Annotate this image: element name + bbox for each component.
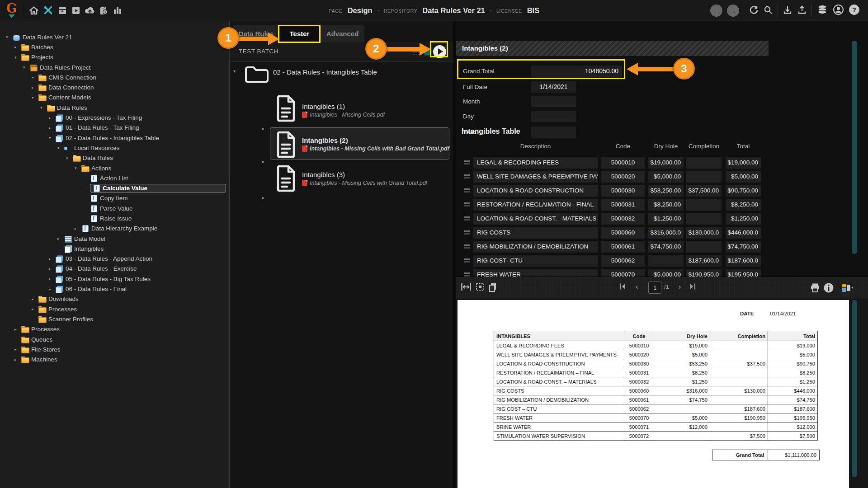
- cell-code[interactable]: 5000031: [601, 199, 645, 211]
- tree-expander-icon[interactable]: ▸: [75, 226, 81, 231]
- cell-code[interactable]: 5000030: [601, 185, 645, 197]
- row-grip-icon[interactable]: [464, 244, 470, 249]
- full-date-field[interactable]: 1/14/2021: [531, 81, 576, 93]
- cell-dry-hole[interactable]: [648, 255, 684, 267]
- tree-item-batches[interactable]: ▸Batches: [0, 42, 229, 52]
- search-icon[interactable]: [763, 5, 773, 17]
- cell-completion[interactable]: [686, 171, 722, 183]
- tab-advanced[interactable]: Advanced: [321, 25, 364, 42]
- tree-item-data-rules-project[interactable]: ▾Data Rules Project: [0, 62, 229, 72]
- cell-code[interactable]: 5000020: [601, 171, 645, 183]
- stats-chart-icon[interactable]: [113, 5, 122, 17]
- cell-description[interactable]: RIG COST -CTU: [473, 255, 598, 267]
- tree-item-parse-value[interactable]: Parse Value: [0, 203, 229, 213]
- copy-page-icon[interactable]: [488, 282, 497, 294]
- refresh-icon[interactable]: [749, 5, 759, 17]
- cell-description[interactable]: LOCATION & ROAD CONST. - MATERIALS: [473, 213, 598, 225]
- tree-item-data-model[interactable]: ▸Data Model: [0, 234, 229, 244]
- tree-item-queues[interactable]: Queues: [0, 334, 229, 344]
- home-icon[interactable]: [29, 5, 39, 17]
- row-grip-icon[interactable]: [464, 216, 470, 221]
- cell-dry-hole[interactable]: $5,000.00: [648, 171, 684, 183]
- tree-item-local-resources[interactable]: ▾Local Resources: [0, 143, 229, 153]
- batch-folder-label[interactable]: 02 - Data Rules - Intangibles Table: [273, 68, 377, 76]
- cell-total[interactable]: $90,750.00: [726, 185, 761, 197]
- row-grip-icon[interactable]: [464, 258, 470, 263]
- tab-tester[interactable]: Tester: [280, 25, 319, 42]
- tree-expander-icon[interactable]: ▾: [66, 156, 73, 160]
- tree-expander-icon[interactable]: ▾: [6, 35, 13, 39]
- cell-completion[interactable]: $190,950.0: [686, 269, 722, 277]
- cell-completion[interactable]: [686, 213, 722, 225]
- cell-total[interactable]: $5,000.00: [726, 171, 761, 183]
- tree-item-03-data-rules-append-action[interactable]: ▸03 - Data Rules - Append Action: [0, 254, 229, 264]
- tree-item-data-rules[interactable]: ▾Data Rules: [0, 103, 229, 113]
- cell-description[interactable]: RIG MOBILIZATION / DEMOBILIZATION: [473, 241, 598, 253]
- batch-play-icon[interactable]: [71, 5, 81, 17]
- tree-item-intangibles[interactable]: Intangibles: [0, 244, 229, 253]
- item-filename-row[interactable]: Intangibles - Missing Cells with Bad Gra…: [302, 145, 449, 152]
- day-field[interactable]: [531, 111, 576, 122]
- cell-description[interactable]: RESTORATION / RECLAIMATION - FINAL: [473, 199, 598, 211]
- cell-code[interactable]: 5000032: [601, 213, 645, 225]
- marquee-select-icon[interactable]: [475, 282, 485, 293]
- view-layout-icon[interactable]: [841, 282, 854, 295]
- tree-expander-icon[interactable]: ▸: [49, 277, 56, 281]
- document-icon[interactable]: [275, 95, 297, 124]
- tree-expander-icon[interactable]: ▸: [14, 327, 21, 332]
- tree-expander-icon[interactable]: ▾: [32, 95, 38, 100]
- row-grip-icon[interactable]: [464, 174, 470, 178]
- cell-code[interactable]: 5000010: [601, 157, 645, 169]
- tree-item-data-rules[interactable]: ▾Data Rules: [0, 153, 229, 163]
- tree-expander-icon[interactable]: ▾: [23, 65, 30, 70]
- tree-expander-icon[interactable]: ▸: [49, 257, 56, 261]
- cell-description[interactable]: LOCATION & ROAD CONSTRUCTION: [473, 185, 598, 197]
- tree-expander-icon[interactable]: ▸: [49, 116, 56, 120]
- cell-dry-hole[interactable]: $316,000.0: [648, 227, 684, 239]
- tree-item-raise-issue[interactable]: Raise Issue: [0, 213, 229, 223]
- tree-item-actions[interactable]: ▾Actions: [0, 163, 229, 173]
- cell-code[interactable]: 5000070: [601, 269, 645, 277]
- tree-item-04-data-rules-exercise[interactable]: ▸04 - Data Rules - Exercise: [0, 264, 229, 274]
- database-icon[interactable]: [816, 5, 828, 17]
- tree-item-downloads[interactable]: ▸Downloads: [0, 294, 229, 304]
- item-filename-row[interactable]: Intangibles - Missing Cells with Grand T…: [302, 180, 427, 186]
- item-title[interactable]: Intangibles (1): [302, 103, 345, 110]
- item-title[interactable]: Intangibles (3): [302, 171, 345, 178]
- folder-expander[interactable]: ▾: [233, 69, 236, 74]
- tree-expander-icon[interactable]: ▸: [32, 297, 38, 301]
- tree-expander-icon[interactable]: ▾: [40, 105, 47, 110]
- tree-expander-icon[interactable]: ▸: [32, 85, 38, 90]
- tree-expander-icon[interactable]: ▾: [49, 136, 56, 140]
- previous-page-icon[interactable]: ‹: [635, 282, 638, 291]
- cell-completion[interactable]: [686, 241, 722, 253]
- cell-completion[interactable]: [686, 157, 722, 169]
- tree-expander-icon[interactable]: ▸: [32, 307, 38, 311]
- cell-total[interactable]: $19,000.00: [726, 157, 761, 169]
- tree-expander-icon[interactable]: ▸: [14, 357, 21, 362]
- year-field[interactable]: [531, 127, 576, 138]
- item-title-selected[interactable]: Intangibles (2): [302, 136, 348, 144]
- tree-item-scanner-profiles[interactable]: Scanner Profiles: [0, 314, 229, 324]
- next-page-icon[interactable]: ›: [678, 282, 681, 291]
- tree-item-cmis-connection[interactable]: ▸CMIS Connection: [0, 72, 229, 82]
- cell-code[interactable]: 5000061: [601, 241, 645, 253]
- cloud-upload-icon[interactable]: [84, 5, 96, 17]
- document-icon[interactable]: [275, 165, 297, 194]
- tree-expander-icon[interactable]: ▸: [57, 236, 64, 241]
- cell-total[interactable]: $1,250.00: [726, 213, 761, 225]
- tree-item-06-data-rules-final[interactable]: ▸06 - Data Rules - Final: [0, 284, 229, 294]
- row-grip-icon[interactable]: [464, 202, 470, 206]
- archive-box-icon[interactable]: [57, 5, 67, 17]
- upload-icon[interactable]: [797, 5, 807, 17]
- cell-code[interactable]: 5000062: [601, 255, 645, 267]
- document-icon[interactable]: [275, 131, 297, 160]
- info-icon[interactable]: [823, 282, 834, 295]
- tree-expander-icon[interactable]: ▾: [75, 166, 81, 170]
- tree-item-data-connection[interactable]: ▸Data Connection: [0, 82, 229, 92]
- tree-item-copy-item[interactable]: Copy Item: [0, 193, 229, 203]
- item-expander[interactable]: ▸: [262, 195, 264, 200]
- batch-folder-icon[interactable]: [244, 64, 270, 85]
- tree-expander-icon[interactable]: ▸: [14, 347, 21, 352]
- last-page-icon[interactable]: [689, 282, 697, 292]
